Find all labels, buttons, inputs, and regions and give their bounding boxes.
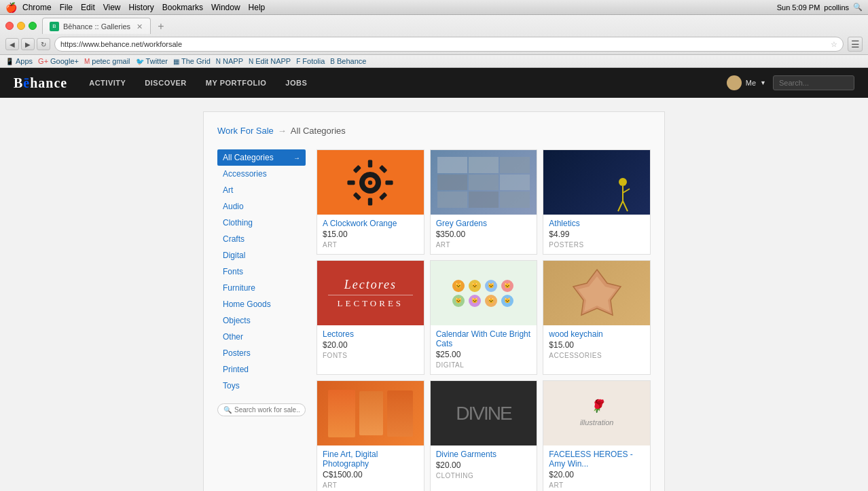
menu-chrome[interactable]: Chrome <box>22 3 52 12</box>
product-card-grey-gardens[interactable]: Grey Gardens $350.00 ART <box>430 149 538 255</box>
bookmark-twitter[interactable]: 🐦 Twitter <box>136 57 168 65</box>
product-price-calendar: $25.00 <box>436 350 532 359</box>
sidebar-item-objects[interactable]: Objects <box>217 312 306 329</box>
product-category-faceless: ART <box>549 481 645 489</box>
bookmark-fotolia[interactable]: F Fotolia <box>296 57 325 65</box>
menu-items: Chrome File Edit View History Bookmarks … <box>22 3 265 12</box>
sidebar-item-home-goods[interactable]: Home Goods <box>217 296 306 312</box>
menu-edit[interactable]: Edit <box>81 3 95 12</box>
sidebar-item-accessories[interactable]: Accessories <box>217 166 306 182</box>
browser-tab[interactable]: B Bēhance :: Galleries ✕ <box>42 18 151 34</box>
product-card-divine[interactable]: DIVINE Divine Garments $20.00 CLOTHING <box>430 380 538 491</box>
breadcrumb-link[interactable]: Work For Sale <box>217 126 274 136</box>
product-price-fine-art: C$1500.00 <box>323 470 418 479</box>
sidebar-item-printed[interactable]: Printed <box>217 361 306 378</box>
tab-close-button[interactable]: ✕ <box>135 22 143 31</box>
product-title-faceless[interactable]: FACELESS HEROES - Amy Win... <box>549 450 645 469</box>
product-title-lectores[interactable]: Lectores <box>323 329 418 339</box>
product-image-fine-art <box>317 381 424 445</box>
back-button[interactable]: ◀ <box>5 38 19 50</box>
sidebar-item-art[interactable]: Art <box>217 182 306 198</box>
product-title-athletics[interactable]: Athletics <box>549 219 645 228</box>
bookmark-petec-gmail[interactable]: M petec gmail <box>84 57 130 65</box>
product-image-grey-gardens <box>431 150 537 215</box>
product-category-grey-gardens: ART <box>436 241 532 249</box>
nav-search-input[interactable] <box>773 75 854 90</box>
sidebar-item-toys[interactable]: Toys <box>217 378 306 394</box>
settings-icon[interactable]: ☰ <box>848 37 863 52</box>
grid-row-1: A Clockwork Orange $15.00 ART <box>317 149 651 255</box>
new-tab-button[interactable]: + <box>151 19 171 34</box>
bookmark-google-plus[interactable]: G+ Google+ <box>38 57 79 65</box>
menu-help[interactable]: Help <box>249 3 266 12</box>
nav-jobs[interactable]: JOBS <box>277 75 315 91</box>
menu-history[interactable]: History <box>129 3 154 12</box>
behance-logo[interactable]: Bēhance <box>14 75 67 91</box>
svg-rect-4 <box>368 198 372 205</box>
product-card-wood[interactable]: wood keychain $15.00 ACCESSORIES <box>543 260 651 375</box>
product-title-clockwork[interactable]: A Clockwork Orange <box>323 219 418 228</box>
product-price-faceless: $20.00 <box>549 470 645 479</box>
behance-nav: Bēhance ACTIVITY DISCOVER MY PORTFOLIO J… <box>0 68 868 98</box>
user-avatar <box>727 75 742 90</box>
product-card-fine-art[interactable]: Fine Art, Digital Photography C$1500.00 … <box>317 380 424 491</box>
product-info-divine: Divine Garments $20.00 CLOTHING <box>431 445 537 485</box>
nav-activity[interactable]: ACTIVITY <box>81 75 134 91</box>
svg-rect-7 <box>353 164 361 172</box>
maximize-button[interactable] <box>29 22 37 30</box>
product-image-athletics <box>543 150 650 215</box>
product-info-calendar: Calendar With Cute Bright Cats $25.00 DI… <box>431 325 537 374</box>
product-image-divine: DIVINE <box>431 381 537 445</box>
product-card-calendar[interactable]: 🐱 🐱 🐱 🐱 🐱 🐱 🐱 🐱 Calendar <box>430 260 538 375</box>
sidebar-item-posters[interactable]: Posters <box>217 345 306 361</box>
reload-button[interactable]: ↻ <box>37 38 50 50</box>
breadcrumb-arrow: → <box>278 126 287 136</box>
product-price-wood: $15.00 <box>549 340 645 350</box>
bookmark-behance[interactable]: B Behance <box>330 57 366 65</box>
sidebar-search-input[interactable] <box>234 406 300 414</box>
svg-line-13 <box>623 189 630 193</box>
bookmark-napp[interactable]: N NAPP <box>216 57 243 65</box>
bookmark-the-grid[interactable]: ▦ The Grid <box>173 57 211 65</box>
sidebar-item-audio[interactable]: Audio <box>217 198 306 215</box>
product-image-faceless: 🌹 illustration <box>543 381 650 445</box>
product-card-faceless[interactable]: 🌹 illustration FACELESS HEROES - Amy Win… <box>543 380 651 491</box>
minimize-button[interactable] <box>17 22 25 30</box>
svg-rect-6 <box>386 180 393 184</box>
menu-view[interactable]: View <box>103 3 121 12</box>
bookmark-star-icon[interactable]: ☆ <box>831 40 837 49</box>
sidebar-item-clothing[interactable]: Clothing <box>217 215 306 231</box>
bookmark-apps[interactable]: 📱 Apps <box>5 57 33 65</box>
sidebar-search-box[interactable]: 🔍 <box>217 403 306 416</box>
product-category-athletics: POSTERS <box>549 241 645 249</box>
nav-discover[interactable]: DISCOVER <box>137 75 194 91</box>
sidebar-item-other[interactable]: Other <box>217 329 306 345</box>
sidebar-item-fonts[interactable]: Fonts <box>217 263 306 280</box>
apple-menu[interactable]: 🍎 <box>5 2 17 13</box>
product-card-athletics[interactable]: Athletics $4.99 POSTERS <box>543 149 651 255</box>
product-title-calendar[interactable]: Calendar With Cute Bright Cats <box>436 329 532 348</box>
product-title-fine-art[interactable]: Fine Art, Digital Photography <box>323 450 418 469</box>
me-chevron-icon: ▼ <box>760 79 766 86</box>
mac-menubar: 🍎 Chrome File Edit View History Bookmark… <box>0 0 868 15</box>
menu-bookmarks[interactable]: Bookmarks <box>162 3 203 12</box>
sidebar-item-furniture[interactable]: Furniture <box>217 280 306 296</box>
address-bar[interactable]: https://www.behance.net/workforsale ☆ <box>54 37 844 52</box>
menu-file[interactable]: File <box>60 3 73 12</box>
product-card-clockwork[interactable]: A Clockwork Orange $15.00 ART <box>317 149 424 255</box>
sidebar-item-crafts[interactable]: Crafts <box>217 231 306 247</box>
me-dropdown[interactable]: Me ▼ <box>727 75 766 90</box>
bookmarks-bar: 📱 Apps G+ Google+ M petec gmail 🐦 Twitte… <box>0 55 868 68</box>
product-title-wood[interactable]: wood keychain <box>549 329 645 339</box>
sidebar-item-all-categories[interactable]: All Categories → <box>217 149 306 166</box>
product-title-divine[interactable]: Divine Garments <box>436 450 532 459</box>
menu-window[interactable]: Window <box>211 3 240 12</box>
product-card-lectores[interactable]: Lectores LECTORES Lectores $20.00 FONTS <box>317 260 424 375</box>
product-title-grey-gardens[interactable]: Grey Gardens <box>436 219 532 228</box>
close-button[interactable] <box>5 22 14 30</box>
forward-button[interactable]: ▶ <box>21 38 35 50</box>
sidebar-item-digital[interactable]: Digital <box>217 247 306 263</box>
nav-portfolio[interactable]: MY PORTFOLIO <box>198 75 275 91</box>
search-menubar-icon[interactable]: 🔍 <box>853 3 863 12</box>
bookmark-edit-napp[interactable]: N Edit NAPP <box>249 57 291 65</box>
